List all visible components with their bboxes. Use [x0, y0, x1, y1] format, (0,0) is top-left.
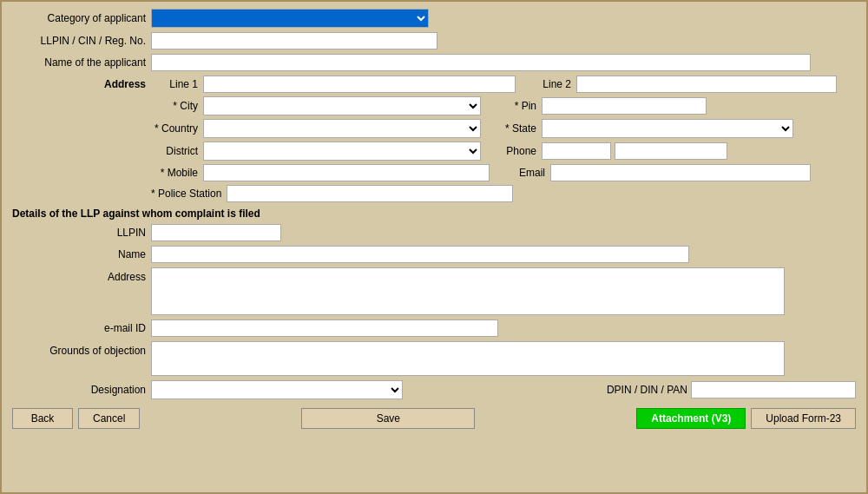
llp-section-title: Details of the LLP against whom complain… — [12, 207, 856, 220]
name-applicant-label: Name of the applicant — [12, 56, 151, 69]
save-button[interactable]: Save — [301, 408, 475, 429]
address-block: Address Line 1 Line 2 * City * Pin * Cou… — [12, 76, 856, 202]
state-label: * State — [490, 122, 542, 135]
line1-input[interactable] — [203, 76, 516, 93]
phone-label: Phone — [490, 145, 542, 157]
designation-label: Designation — [12, 384, 151, 396]
district-select[interactable] — [203, 142, 481, 161]
cancel-button[interactable]: Cancel — [78, 408, 140, 429]
category-label: Category of applicant — [12, 12, 151, 24]
designation-select[interactable] — [151, 380, 403, 399]
llp-email-label: e-mail ID — [12, 322, 151, 334]
police-label: * Police Station — [151, 188, 227, 200]
category-row: Category of applicant — [12, 9, 856, 28]
llp-email-row: e-mail ID — [12, 319, 856, 337]
address-line-row: Address Line 1 Line 2 — [12, 76, 856, 93]
llpin-cin-label: LLPIN / CIN / Reg. No. — [12, 35, 151, 47]
country-select[interactable] — [203, 119, 481, 138]
pin-input[interactable] — [542, 97, 707, 115]
upload-button[interactable]: Upload Form-23 — [751, 408, 856, 429]
category-select[interactable] — [151, 9, 429, 28]
line1-label: Line 1 — [151, 78, 203, 90]
llp-address-row: Address — [12, 267, 856, 315]
llp-address-textarea[interactable] — [151, 267, 785, 315]
mobile-email-row: * Mobile Email — [12, 164, 856, 181]
mobile-label: * Mobile — [151, 167, 203, 179]
pin-label: * Pin — [490, 100, 542, 112]
district-label: District — [151, 145, 203, 157]
city-pin-row: * City * Pin — [12, 96, 856, 115]
name-applicant-input[interactable] — [151, 54, 811, 71]
email-label: Email — [498, 167, 550, 179]
country-state-row: * Country * State — [12, 119, 856, 138]
district-phone-row: District Phone — [12, 142, 856, 161]
city-label: * City — [151, 100, 203, 112]
line2-label: Line 2 — [524, 78, 576, 90]
police-input[interactable] — [227, 185, 513, 202]
llpin-cin-row: LLPIN / CIN / Reg. No. — [12, 32, 856, 49]
main-form-container: Category of applicant LLPIN / CIN / Reg.… — [0, 0, 868, 494]
grounds-label: Grounds of objection — [12, 341, 151, 357]
email-input[interactable] — [550, 164, 811, 181]
llp-name-label: Name — [12, 248, 151, 260]
city-select[interactable] — [203, 96, 481, 115]
line2-input[interactable] — [576, 76, 837, 93]
phone1-input[interactable] — [542, 142, 611, 160]
llp-address-label: Address — [12, 267, 151, 283]
llpin-row: LLPIN — [12, 224, 856, 241]
grounds-textarea[interactable] — [151, 341, 785, 376]
button-bar: Back Cancel Save Attachment (V3) Upload … — [12, 408, 856, 429]
phone2-input[interactable] — [615, 142, 727, 160]
llp-name-row: Name — [12, 246, 856, 263]
state-select[interactable] — [542, 119, 793, 138]
back-button[interactable]: Back — [12, 408, 73, 429]
attachment-button[interactable]: Attachment (V3) — [636, 408, 746, 429]
dpin-input[interactable] — [691, 381, 856, 398]
grounds-row: Grounds of objection — [12, 341, 856, 376]
dpin-label: DPIN / DIN / PAN — [607, 384, 687, 396]
police-row: * Police Station — [12, 185, 856, 202]
llpin-cin-input[interactable] — [151, 32, 437, 49]
mobile-input[interactable] — [203, 164, 490, 181]
llpin-label: LLPIN — [12, 227, 151, 239]
designation-dpin-row: Designation DPIN / DIN / PAN — [12, 380, 856, 399]
llpin-llp-input[interactable] — [151, 224, 281, 241]
name-applicant-row: Name of the applicant — [12, 54, 856, 71]
llp-name-input[interactable] — [151, 246, 689, 263]
address-main-label: Address — [12, 78, 151, 90]
country-label: * Country — [151, 122, 203, 135]
llp-email-input[interactable] — [151, 319, 498, 337]
